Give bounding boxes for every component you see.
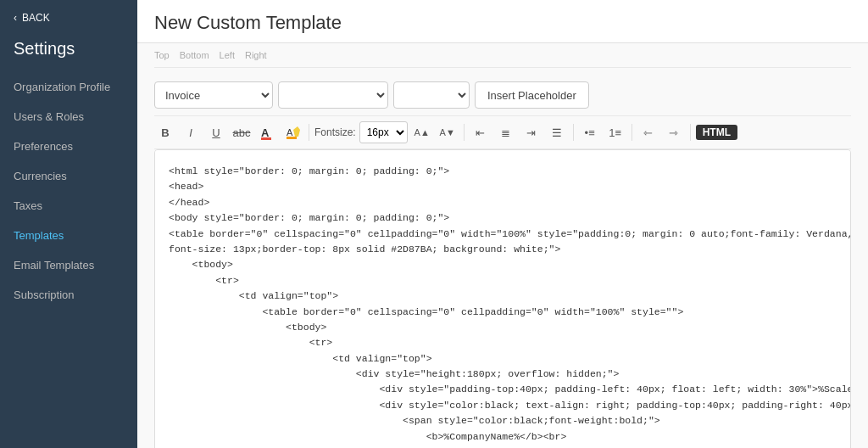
sidebar-item-preferences[interactable]: Preferences	[0, 132, 137, 161]
font-color-button[interactable]: A	[256, 121, 278, 143]
back-arrow-icon: ‹	[14, 12, 17, 24]
sidebar-item-label: Currencies	[14, 170, 67, 182]
main-content: New Custom Template Top Bottom Left Righ…	[137, 0, 868, 448]
margins-row: Top Bottom Left Right	[154, 43, 851, 68]
align-left-button[interactable]: ⇤	[470, 121, 492, 143]
insert-placeholder-button[interactable]: Insert Placeholder	[475, 81, 589, 109]
sidebar-item-email-templates[interactable]: Email Templates	[0, 250, 137, 280]
increase-indent-button[interactable]: ⇾	[663, 121, 685, 143]
underline-button[interactable]: U	[205, 121, 227, 143]
unordered-list-button[interactable]: •≡	[579, 121, 601, 143]
shrink-text-button[interactable]: A▼	[437, 121, 459, 143]
html-toggle-button[interactable]: HTML	[696, 125, 737, 140]
page-title: New Custom Template	[154, 12, 342, 34]
sidebar-item-label: Email Templates	[14, 259, 94, 272]
italic-button[interactable]: I	[180, 121, 202, 143]
decrease-indent-button[interactable]: ⇽	[637, 121, 659, 143]
html-editor[interactable]: <html style="border: 0; margin: 0; paddi…	[154, 149, 851, 448]
toolbar-row-2: B I U abc A A Fontsize:	[154, 116, 851, 149]
margin-bottom-label: Bottom	[180, 50, 209, 60]
toolbar-separator-4	[632, 124, 632, 141]
page-header: New Custom Template	[137, 0, 868, 43]
font-color-icon: A	[259, 125, 275, 140]
sidebar-title: Settings	[0, 36, 137, 72]
align-center-button[interactable]: ≣	[495, 121, 517, 143]
svg-text:A: A	[261, 126, 270, 139]
right-select[interactable]	[393, 81, 470, 109]
sidebar-item-org-profile[interactable]: Organization Profile	[0, 72, 137, 102]
svg-rect-1	[261, 137, 271, 140]
fontsize-label: Fontsize:	[314, 126, 356, 138]
sidebar-item-label: Taxes	[14, 199, 42, 212]
back-label: BACK	[22, 12, 50, 24]
sidebar-item-label: Users & Roles	[14, 110, 84, 123]
sidebar-item-currencies[interactable]: Currencies	[0, 161, 137, 191]
margin-top-label: Top	[154, 50, 170, 60]
fontsize-select[interactable]: 16px 12px 14px 18px 20px	[359, 121, 408, 143]
sidebar-item-label: Organization Profile	[14, 81, 110, 93]
align-right-button[interactable]: ⇥	[520, 121, 542, 143]
invoice-select[interactable]: Invoice	[154, 81, 273, 109]
highlight-color-button[interactable]: A	[281, 121, 303, 143]
sidebar-item-label: Preferences	[14, 140, 73, 153]
strikethrough-button[interactable]: abc	[231, 121, 253, 143]
margin-left-label: Left	[220, 50, 235, 60]
sidebar-item-templates[interactable]: Templates	[0, 221, 137, 250]
bold-button[interactable]: B	[154, 121, 176, 143]
margin-right-label: Right	[245, 50, 267, 60]
editor-area: Top Bottom Left Right Invoice Insert Pla…	[137, 43, 868, 448]
ordered-list-button[interactable]: 1≡	[604, 121, 626, 143]
svg-marker-4	[293, 126, 300, 137]
mid-select[interactable]	[278, 81, 388, 109]
back-button[interactable]: ‹ BACK	[0, 0, 137, 36]
svg-rect-3	[287, 137, 297, 139]
toolbar-separator-5	[690, 124, 691, 141]
sidebar-item-label: Subscription	[14, 288, 75, 301]
highlight-color-icon: A	[285, 125, 300, 140]
sidebar-item-subscription[interactable]: Subscription	[0, 280, 137, 310]
toolbar-row-1: Invoice Insert Placeholder	[154, 75, 851, 116]
toolbar-separator-1	[309, 124, 309, 141]
align-justify-button[interactable]: ☰	[546, 121, 568, 143]
grow-text-button[interactable]: A▲	[411, 121, 433, 143]
toolbar-separator-2	[464, 124, 465, 141]
sidebar-item-taxes[interactable]: Taxes	[0, 191, 137, 221]
toolbar-separator-3	[573, 124, 574, 141]
sidebar-item-users-roles[interactable]: Users & Roles	[0, 102, 137, 132]
svg-text:A: A	[287, 127, 293, 137]
sidebar: ‹ BACK Settings Organization Profile Use…	[0, 0, 137, 448]
sidebar-item-label: Templates	[14, 229, 64, 242]
